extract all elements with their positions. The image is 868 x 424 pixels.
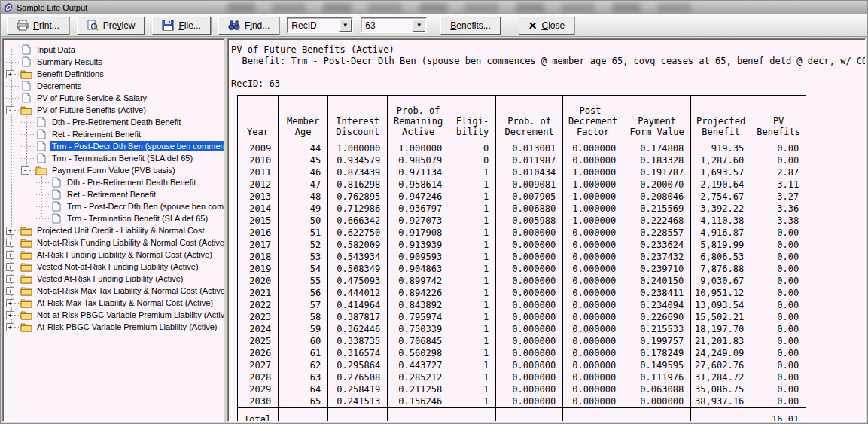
expand-plus-icon[interactable]: +	[6, 299, 14, 307]
file-button[interactable]: File...	[152, 17, 210, 35]
save-icon	[162, 20, 174, 31]
print-button[interactable]: Print...	[7, 17, 69, 35]
tree-item[interactable]: Ret - Retirement Benefit	[3, 128, 224, 140]
expand-plus-icon[interactable]: +	[6, 239, 14, 247]
table-cell: 0.233624	[623, 239, 691, 251]
recid-combo[interactable]: RecID ▼	[287, 17, 353, 33]
table-cell: 0.475093	[328, 275, 388, 287]
close-button[interactable]: ✕ Close	[519, 17, 574, 35]
table-cell: 0.873439	[328, 166, 388, 178]
table-cell: 65	[279, 395, 328, 408]
table-cell: 0.228557	[623, 227, 691, 239]
tree-item-label: Dth - Pre-Retirement Death Benefit	[50, 117, 183, 127]
tree-connector	[6, 98, 20, 99]
titlebar-redaction	[227, 3, 708, 12]
tree-item[interactable]: Trm - Termination Benefit (SLA def 65)	[3, 212, 224, 224]
tree-connector	[6, 50, 20, 50]
table-cell: 0.913939	[388, 239, 449, 251]
table-cell: 0.362446	[328, 323, 388, 335]
tree-item-label: Trm - Post-Decr Dth Ben (spouse ben comm…	[50, 141, 224, 151]
table-cell	[328, 408, 388, 422]
expand-plus-icon[interactable]: +	[6, 323, 14, 331]
find-button[interactable]: Find...	[218, 17, 279, 35]
record-number-combo[interactable]: 63 ▼	[361, 17, 427, 33]
tree-item[interactable]: Input Data	[3, 44, 224, 56]
tree-item[interactable]: Trm - Post-Decr Dth Ben (spouse ben comm…	[3, 140, 224, 152]
table-cell	[388, 408, 449, 422]
expand-plus-icon[interactable]: +	[6, 311, 14, 319]
tree-item[interactable]: -PV of Future Benefits (Active)	[3, 104, 224, 116]
tree-item[interactable]: +Benefit Definitions	[3, 68, 224, 80]
document-icon	[50, 177, 62, 188]
expand-plus-icon[interactable]: +	[6, 70, 14, 78]
table-cell: 0.958614	[388, 178, 449, 191]
table-cell: 0.00	[751, 263, 806, 275]
benefits-button[interactable]: Benefits...	[440, 17, 500, 35]
table-cell: 56	[279, 287, 328, 299]
dropdown-arrow-icon[interactable]: ▼	[413, 19, 425, 32]
tree-item-label: Decrements	[35, 81, 84, 91]
total-row: Total16.01	[238, 408, 806, 422]
tree-item-label: Input Data	[35, 44, 78, 55]
table-cell: 18,197.70	[691, 323, 751, 335]
tree-item[interactable]: Decrements	[3, 80, 224, 92]
expand-plus-icon[interactable]: +	[6, 263, 14, 271]
table-cell: 53	[279, 251, 328, 263]
tree-item[interactable]: +Vested Not-at-Risk Funding Liability (A…	[3, 261, 224, 273]
table-cell: 0.622750	[328, 227, 388, 239]
collapse-minus-icon[interactable]: -	[6, 106, 14, 114]
preview-button[interactable]: Preview	[77, 17, 145, 35]
table-cell: 0.000000	[496, 311, 563, 323]
dropdown-arrow-icon[interactable]: ▼	[339, 19, 352, 32]
expand-plus-icon[interactable]: +	[6, 275, 14, 283]
tree-item[interactable]: Dth - Pre-Retirement Death Benefit	[3, 176, 224, 188]
folder-icon	[20, 297, 32, 308]
table-cell: 0.843892	[388, 299, 449, 311]
table-cell: 0.000000	[563, 383, 623, 395]
tree-item[interactable]: +Not-at-Risk Funding Liability & Normal …	[3, 236, 224, 249]
tree-item[interactable]: +At-Risk Funding Liability & Normal Cost…	[3, 249, 224, 261]
document-icon	[50, 189, 62, 200]
tree-item[interactable]: -Payment Form Value (PVB basis)	[3, 164, 224, 176]
table-row: 2028630.2765080.28521210.0000000.0000000…	[238, 371, 806, 383]
table-cell: 0.215533	[623, 323, 691, 335]
table-cell: 0.237432	[623, 251, 691, 263]
tree-connector	[29, 170, 35, 171]
table-cell: 4,110.38	[691, 215, 751, 227]
column-header: Eligi-bility	[449, 96, 496, 142]
expand-plus-icon[interactable]: +	[6, 287, 14, 295]
report-table: YearMemberAgeInterestDiscountProb. ofRem…	[237, 95, 806, 422]
table-cell: 0.909593	[388, 251, 449, 263]
window: Sample Life Output Print... Preview	[0, 0, 868, 424]
report-benefit-line: Benefit: Trm - Post-Decr Dth Ben (spouse…	[231, 56, 865, 67]
tree-item[interactable]: Trm - Termination Benefit (SLA def 65)	[3, 152, 224, 164]
expand-plus-icon[interactable]: +	[6, 251, 14, 259]
tree-item[interactable]: +At-Risk Max Tax Liability & Normal Cost…	[3, 297, 224, 309]
table-row: 2018530.5439340.90959310.0000000.0000000…	[238, 251, 806, 263]
tree-item[interactable]: +At-Risk PBGC Variable Premium Liability…	[3, 321, 224, 333]
table-cell: 46	[279, 166, 328, 178]
table-cell: 0.00	[751, 347, 806, 359]
tree-connector	[14, 315, 20, 316]
document-icon	[50, 201, 62, 212]
tree-item[interactable]: +Not-at-Risk PBGC Variable Premium Liabi…	[3, 309, 224, 321]
tree-item[interactable]: +Not-at-Risk Max Tax Liability & Normal …	[3, 285, 224, 297]
tree-item[interactable]: Trm - Post-Decr Dth Ben (spouse ben comm	[3, 200, 224, 212]
table-cell	[279, 408, 328, 422]
tree-item[interactable]: PV of Future Service & Salary	[3, 92, 224, 104]
tree-item[interactable]: Dth - Pre-Retirement Death Benefit	[3, 116, 224, 128]
table-cell: 2021	[238, 287, 279, 299]
table-cell: 0.894226	[388, 287, 449, 299]
tree-item-label: Benefit Definitions	[35, 69, 106, 79]
table-cell: 0.543934	[328, 251, 388, 263]
table-cell: 38,937.16	[691, 395, 751, 408]
tree-item[interactable]: Summary Results	[3, 56, 224, 68]
tree-item[interactable]: +Vested At-Risk Funding Liability (Activ…	[3, 273, 224, 285]
document-icon	[35, 129, 47, 139]
tree-connector	[14, 243, 20, 243]
expand-plus-icon[interactable]: +	[6, 227, 14, 235]
tree-item[interactable]: +Projected Unit Credit - Liability & Nor…	[3, 224, 224, 236]
tree-item[interactable]: Ret - Retirement Benefit	[3, 188, 224, 200]
file-button-label: File...	[178, 20, 200, 31]
collapse-minus-icon[interactable]: -	[21, 166, 29, 175]
